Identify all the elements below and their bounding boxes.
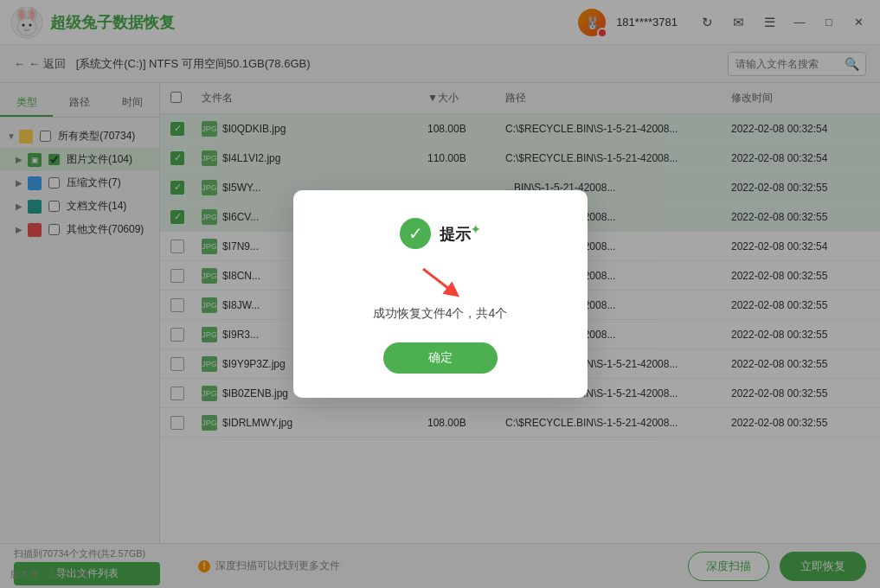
- dialog-title-row: ✓ 提示✦: [324, 218, 556, 249]
- svg-line-9: [423, 269, 453, 292]
- dialog-title: 提示✦: [440, 223, 480, 245]
- dialog-ok-button[interactable]: 确定: [383, 342, 498, 374]
- title-star: ✦: [471, 223, 480, 236]
- dialog: ✓ 提示✦ 成功恢复文件4个，共4个 确定: [293, 190, 588, 398]
- arrow-area: [324, 265, 556, 299]
- red-arrow-icon: [414, 265, 466, 299]
- dialog-message: 成功恢复文件4个，共4个: [324, 306, 556, 322]
- dialog-overlay: ✓ 提示✦ 成功恢复文件4个，共4个 确定: [0, 0, 880, 588]
- dialog-check-icon: ✓: [400, 218, 431, 249]
